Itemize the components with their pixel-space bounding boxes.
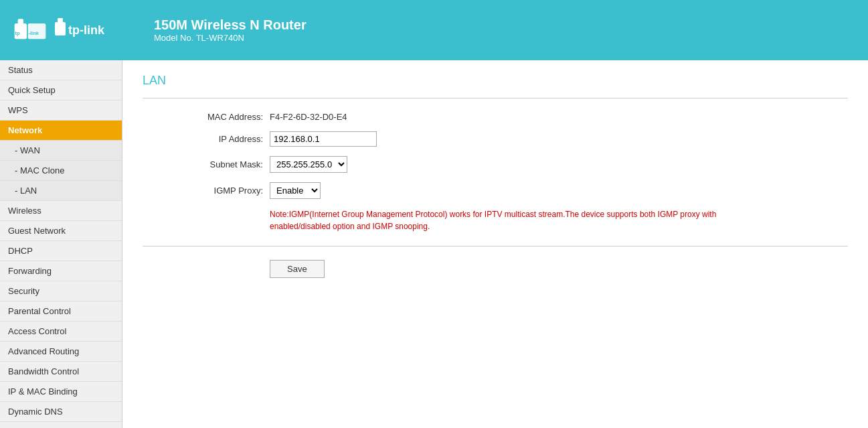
ip-address-label: IP Address:: [183, 134, 270, 144]
igmp-proxy-label: IGMP Proxy:: [183, 186, 270, 196]
sidebar-item-ipv6-support[interactable]: IPv6 Support: [0, 422, 122, 428]
header: tp -link tp-link 150M Wireless N Router …: [0, 0, 868, 60]
main-content: LAN MAC Address: F4-F2-6D-32-D0-E4 IP Ad…: [122, 60, 868, 428]
subnet-mask-select[interactable]: 255.255.255.0 255.255.0.0 255.0.0.0: [270, 156, 347, 173]
save-button[interactable]: Save: [270, 260, 325, 278]
header-title: 150M Wireless N Router Model No. TL-WR74…: [154, 17, 307, 43]
sidebar-item-network[interactable]: Network: [0, 121, 122, 141]
sidebar-item-access-control[interactable]: Access Control: [0, 322, 122, 342]
logo-area: tp -link tp-link: [13, 13, 127, 47]
sidebar-item-quick-setup[interactable]: Quick Setup: [0, 80, 122, 100]
sidebar: Status Quick Setup WPS Network - WAN - M…: [0, 60, 122, 428]
svg-text:-link: -link: [29, 30, 39, 36]
igmp-note: Note:IGMP(Internet Group Management Prot…: [270, 208, 725, 232]
mac-address-row: MAC Address: F4-F2-6D-32-D0-E4: [183, 112, 848, 122]
sidebar-item-bandwidth-control[interactable]: Bandwidth Control: [0, 362, 122, 382]
top-divider: [143, 98, 848, 98]
sidebar-item-advanced-routing[interactable]: Advanced Routing: [0, 342, 122, 362]
svg-rect-6: [58, 18, 63, 25]
sidebar-item-wireless[interactable]: Wireless: [0, 201, 122, 221]
igmp-proxy-row: IGMP Proxy: Enable Disable: [183, 182, 848, 199]
page-title: LAN: [143, 74, 848, 88]
sidebar-item-status[interactable]: Status: [0, 60, 122, 80]
tp-link-logo-icon: tp -link: [13, 13, 47, 47]
bottom-divider: [143, 246, 848, 246]
subnet-mask-label: Subnet Mask:: [183, 159, 270, 169]
subnet-mask-row: Subnet Mask: 255.255.255.0 255.255.0.0 2…: [183, 156, 848, 173]
sidebar-item-wps[interactable]: WPS: [0, 100, 122, 121]
sidebar-item-lan[interactable]: - LAN: [0, 181, 122, 201]
sidebar-item-dynamic-dns[interactable]: Dynamic DNS: [0, 402, 122, 422]
ip-address-input[interactable]: [270, 131, 377, 147]
brand-name: tp-link: [54, 17, 127, 44]
sidebar-item-guest-network[interactable]: Guest Network: [0, 221, 122, 241]
sidebar-item-dhcp[interactable]: DHCP: [0, 241, 122, 261]
sidebar-item-parental-control[interactable]: Parental Control: [0, 301, 122, 322]
svg-text:tp: tp: [15, 30, 20, 36]
sidebar-item-mac-clone[interactable]: - MAC Clone: [0, 161, 122, 181]
lan-form: MAC Address: F4-F2-6D-32-D0-E4 IP Addres…: [183, 112, 848, 199]
ip-address-row: IP Address:: [183, 131, 848, 147]
sidebar-item-forwarding[interactable]: Forwarding: [0, 261, 122, 281]
mac-address-value: F4-F2-6D-32-D0-E4: [270, 112, 347, 122]
model-number: Model No. TL-WR740N: [154, 33, 307, 43]
svg-text:tp-link: tp-link: [68, 23, 105, 37]
svg-rect-1: [18, 19, 23, 25]
mac-address-label: MAC Address:: [183, 112, 270, 122]
sidebar-item-ip-mac-binding[interactable]: IP & MAC Binding: [0, 382, 122, 402]
igmp-proxy-select[interactable]: Enable Disable: [270, 182, 321, 199]
sidebar-item-security[interactable]: Security: [0, 281, 122, 301]
product-name: 150M Wireless N Router: [154, 17, 307, 33]
sidebar-item-wan[interactable]: - WAN: [0, 141, 122, 161]
